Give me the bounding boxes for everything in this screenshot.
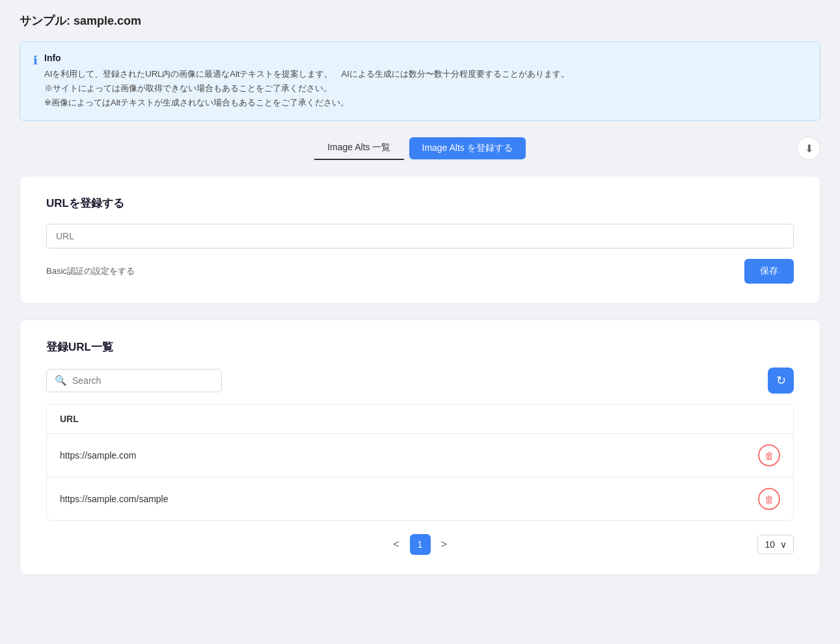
- register-card-title: URLを登録する: [46, 196, 794, 211]
- info-text: AIを利用して、登録されたURL内の画像に最適なAltテキストを提案します。 A…: [44, 67, 569, 110]
- trash-icon: 🗑: [765, 494, 774, 505]
- url-list-title: 登録URL一覧: [46, 340, 794, 355]
- info-box: ℹ Info AIを利用して、登録されたURL内の画像に最適なAltテキストを提…: [20, 42, 820, 121]
- basic-auth-link[interactable]: Basic認証の設定をする: [46, 265, 135, 277]
- delete-button-1[interactable]: 🗑: [758, 444, 780, 466]
- pagination-row: < 1 > 10 ∨: [46, 534, 794, 555]
- table-row: https://sample.com 🗑: [47, 434, 793, 477]
- tab-image-alts-register[interactable]: Image Alts を登録する: [409, 137, 526, 159]
- download-button[interactable]: ⬇: [797, 137, 820, 160]
- url-list-card: 登録URL一覧 🔍 ↻ URL https://sample.com 🗑: [20, 319, 820, 575]
- url-table: URL https://sample.com 🗑 https://sample.…: [46, 404, 794, 521]
- prev-page-button[interactable]: <: [386, 535, 405, 554]
- chevron-down-icon: ∨: [780, 539, 787, 550]
- per-page-value: 10: [765, 539, 775, 550]
- trash-icon: 🗑: [765, 450, 774, 461]
- url-cell-2: https://sample.com/sample: [60, 494, 169, 504]
- page-1-button[interactable]: 1: [410, 534, 431, 555]
- download-icon: ⬇: [805, 142, 813, 155]
- next-page-button[interactable]: >: [435, 535, 454, 554]
- register-url-card: URLを登録する Basic認証の設定をする 保存: [20, 176, 820, 304]
- tab-image-alts-list[interactable]: Image Alts 一覧: [314, 137, 403, 160]
- search-input-wrap: 🔍: [46, 369, 222, 392]
- delete-button-2[interactable]: 🗑: [758, 488, 780, 510]
- url-table-header: URL: [47, 405, 793, 434]
- tabs-row: Image Alts 一覧 Image Alts を登録する ⬇: [20, 137, 820, 160]
- info-icon: ℹ: [33, 53, 38, 69]
- search-icon: 🔍: [55, 375, 67, 386]
- table-row: https://sample.com/sample 🗑: [47, 477, 793, 520]
- url-input[interactable]: [46, 224, 794, 248]
- search-refresh-row: 🔍 ↻: [46, 368, 794, 394]
- refresh-button[interactable]: ↻: [768, 368, 794, 394]
- info-title: Info: [44, 53, 569, 63]
- url-input-row: [46, 224, 794, 248]
- url-cell-1: https://sample.com: [60, 450, 137, 461]
- per-page-select[interactable]: 10 ∨: [757, 535, 794, 554]
- search-input[interactable]: [72, 375, 213, 386]
- refresh-icon: ↻: [776, 373, 786, 388]
- save-button[interactable]: 保存: [744, 259, 794, 284]
- page-title: サンプル: sample.com: [20, 13, 820, 29]
- url-column-header: URL: [60, 414, 79, 424]
- basic-auth-row: Basic認証の設定をする 保存: [46, 259, 794, 284]
